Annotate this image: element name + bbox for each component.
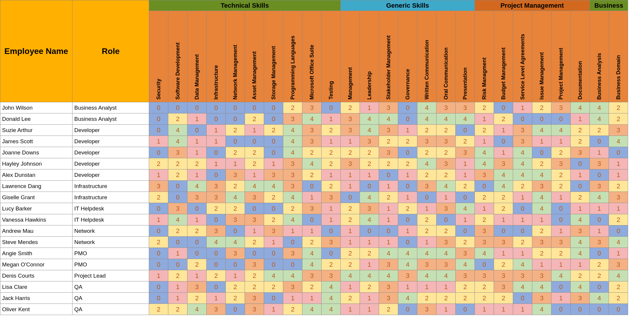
score-cell[interactable]: 3 [168, 147, 187, 158]
score-cell[interactable]: 0 [551, 203, 571, 214]
score-cell[interactable]: 1 [513, 304, 532, 315]
score-cell[interactable]: 1 [322, 214, 341, 225]
employee-name-cell[interactable]: Joanne Downs [0, 147, 73, 158]
score-cell[interactable]: 2 [264, 214, 283, 225]
score-cell[interactable]: 2 [168, 270, 187, 281]
score-cell[interactable]: 4 [398, 259, 417, 270]
score-cell[interactable]: 1 [341, 237, 360, 248]
score-cell[interactable]: 2 [264, 125, 283, 136]
score-cell[interactable]: 3 [283, 169, 302, 181]
score-cell[interactable]: 0 [264, 259, 283, 270]
score-cell[interactable]: 3 [245, 259, 264, 270]
score-cell[interactable]: 3 [571, 225, 590, 237]
employee-role-cell[interactable]: Developer [73, 158, 149, 169]
employee-name-cell[interactable]: Denis Courts [0, 270, 73, 281]
score-cell[interactable]: 1 [379, 214, 398, 225]
score-cell[interactable]: 4 [417, 158, 437, 169]
score-cell[interactable]: 1 [609, 203, 628, 214]
employee-role-cell[interactable]: Infrastructure [73, 192, 149, 203]
score-cell[interactable]: 4 [283, 147, 302, 158]
score-cell[interactable]: 0 [571, 158, 590, 169]
score-cell[interactable]: 1 [494, 125, 513, 136]
score-cell[interactable]: 3 [417, 181, 437, 192]
score-cell[interactable]: 4 [283, 192, 302, 203]
score-cell[interactable]: 0 [226, 102, 245, 113]
score-cell[interactable]: 0 [149, 125, 168, 136]
score-cell[interactable]: 1 [437, 304, 456, 315]
score-cell[interactable]: 4 [360, 125, 379, 136]
score-cell[interactable]: 4 [551, 270, 571, 281]
score-cell[interactable]: 0 [264, 293, 283, 304]
score-cell[interactable]: 4 [532, 125, 551, 136]
score-cell[interactable]: 4 [513, 281, 532, 293]
score-cell[interactable]: 2 [341, 102, 360, 113]
score-cell[interactable]: 3 [322, 270, 341, 281]
score-cell[interactable]: 3 [456, 147, 475, 158]
score-cell[interactable]: 3 [187, 281, 207, 293]
score-cell[interactable]: 2 [609, 214, 628, 225]
employee-name-cell[interactable]: Steve Mendes [0, 237, 73, 248]
score-cell[interactable]: 0 [264, 147, 283, 158]
score-cell[interactable]: 0 [456, 304, 475, 315]
score-cell[interactable]: 0 [590, 248, 609, 259]
score-cell[interactable]: 3 [437, 158, 456, 169]
employee-role-cell[interactable]: QA [73, 281, 149, 293]
score-cell[interactable]: 1 [571, 259, 590, 270]
employee-name-cell[interactable]: Lucy Barker [0, 203, 73, 214]
score-cell[interactable]: 4 [302, 158, 322, 169]
score-cell[interactable]: 2 [187, 225, 207, 237]
score-cell[interactable]: 0 [513, 203, 532, 214]
score-cell[interactable]: 4 [571, 237, 590, 248]
score-cell[interactable]: 2 [437, 147, 456, 158]
score-cell[interactable]: 3 [551, 237, 571, 248]
score-cell[interactable]: 3 [551, 102, 571, 113]
score-cell[interactable]: 1 [456, 158, 475, 169]
score-cell[interactable]: 3 [322, 237, 341, 248]
employee-name-cell[interactable]: Lawrence Dang [0, 181, 73, 192]
score-cell[interactable]: 2 [609, 102, 628, 113]
score-cell[interactable]: 2 [494, 293, 513, 304]
score-cell[interactable]: 0 [168, 259, 187, 270]
score-cell[interactable]: 2 [360, 158, 379, 169]
score-cell[interactable]: 4 [475, 147, 494, 158]
score-cell[interactable]: 4 [417, 248, 437, 259]
score-cell[interactable]: 2 [379, 158, 398, 169]
score-cell[interactable]: 4 [302, 304, 322, 315]
score-cell[interactable]: 0 [379, 169, 398, 181]
score-cell[interactable]: 0 [456, 125, 475, 136]
score-cell[interactable]: 4 [590, 192, 609, 203]
score-cell[interactable]: 2 [532, 248, 551, 259]
score-cell[interactable]: 1 [360, 304, 379, 315]
score-cell[interactable]: 0 [590, 136, 609, 147]
score-cell[interactable]: 1 [456, 214, 475, 225]
score-cell[interactable]: 0 [149, 102, 168, 113]
score-cell[interactable]: 2 [609, 293, 628, 304]
score-cell[interactable]: 2 [475, 192, 494, 203]
score-cell[interactable]: 3 [475, 237, 494, 248]
score-cell[interactable]: 3 [207, 181, 226, 192]
score-cell[interactable]: 3 [456, 248, 475, 259]
score-cell[interactable]: 2 [360, 248, 379, 259]
employee-role-cell[interactable]: Business Analyst [73, 102, 149, 113]
score-cell[interactable]: 1 [551, 293, 571, 304]
employee-role-cell[interactable]: Infrastructure [73, 181, 149, 192]
score-cell[interactable]: 1 [322, 113, 341, 125]
score-cell[interactable]: 0 [494, 136, 513, 147]
score-cell[interactable]: 1 [513, 102, 532, 113]
score-cell[interactable]: 2 [379, 136, 398, 147]
score-cell[interactable]: 2 [360, 147, 379, 158]
score-cell[interactable]: 0 [302, 181, 322, 192]
score-cell[interactable]: 2 [360, 281, 379, 293]
score-cell[interactable]: 1 [513, 248, 532, 259]
score-cell[interactable]: 3 [168, 203, 187, 214]
score-cell[interactable]: 0 [149, 281, 168, 293]
score-cell[interactable]: 1 [379, 203, 398, 214]
score-cell[interactable]: 3 [226, 248, 245, 259]
score-cell[interactable]: 0 [187, 237, 207, 248]
score-cell[interactable]: 4 [226, 192, 245, 203]
score-cell[interactable]: 3 [341, 113, 360, 125]
score-cell[interactable]: 3 [245, 192, 264, 203]
score-cell[interactable]: 2 [398, 158, 417, 169]
score-cell[interactable]: 3 [245, 214, 264, 225]
score-cell[interactable]: 2 [513, 181, 532, 192]
